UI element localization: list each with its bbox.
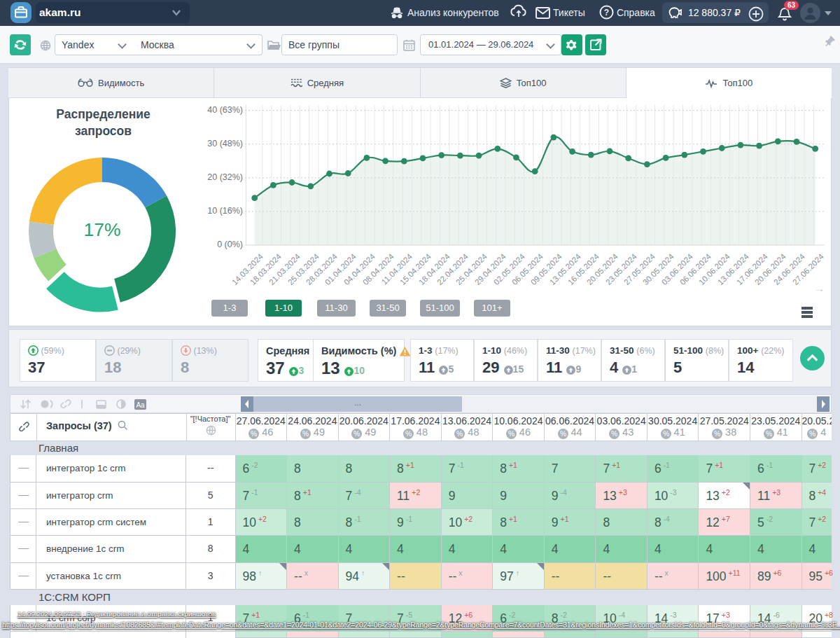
svg-text:%: % <box>559 430 566 438</box>
svg-text:%: % <box>714 430 720 438</box>
svg-text:%: % <box>766 430 772 438</box>
svg-text:Aa: Aa <box>136 401 145 409</box>
svg-text:%: % <box>809 430 816 438</box>
svg-text:%: % <box>354 430 360 438</box>
svg-text:%: % <box>611 430 617 438</box>
svg-text:%: % <box>662 430 668 438</box>
svg-text:%: % <box>456 430 463 438</box>
svg-text:%: % <box>251 430 257 438</box>
svg-text:%: % <box>405 430 412 438</box>
svg-text:%: % <box>302 430 309 438</box>
svg-text:%: % <box>508 430 514 438</box>
